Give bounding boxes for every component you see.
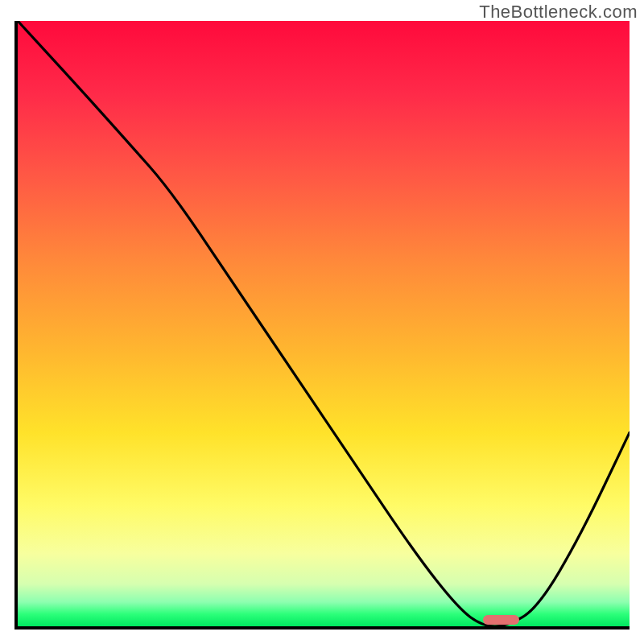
bottleneck-curve — [18, 21, 630, 626]
chart-container: TheBottleneck.com — [0, 0, 644, 644]
watermark-text: TheBottleneck.com — [479, 2, 638, 23]
curve-path — [18, 21, 630, 626]
optimum-marker — [483, 615, 520, 625]
plot-area — [14, 21, 630, 630]
